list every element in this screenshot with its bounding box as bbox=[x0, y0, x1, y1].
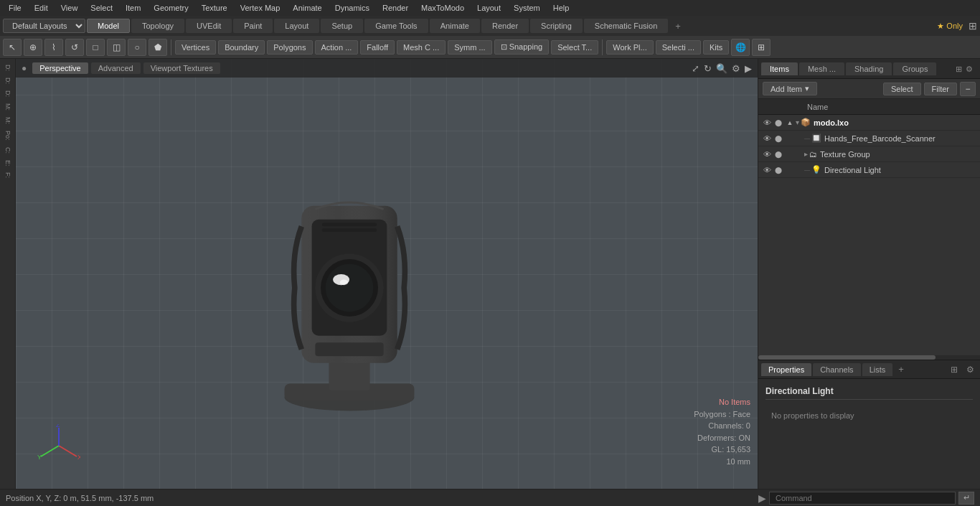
viewport-tab-perspective[interactable]: Perspective bbox=[32, 62, 88, 74]
viewport-tab-advanced[interactable]: Advanced bbox=[91, 62, 141, 74]
select-button[interactable]: Select bbox=[883, 83, 921, 95]
left-tool-m1[interactable]: M: bbox=[4, 100, 11, 113]
command-arrow[interactable]: ▶ bbox=[758, 492, 766, 504]
items-panel-expand[interactable]: ⊞ ⚙ bbox=[951, 62, 977, 75]
items-tab-shading[interactable]: Shading bbox=[846, 62, 892, 75]
viewport-refresh-icon[interactable]: ↻ bbox=[704, 63, 712, 74]
tool-rotate[interactable]: ↺ bbox=[65, 39, 84, 56]
menu-edit[interactable]: Edit bbox=[29, 2, 54, 14]
properties-add-tab[interactable]: + bbox=[894, 362, 908, 377]
menu-animate[interactable]: Animate bbox=[287, 2, 327, 14]
menu-vertex-map[interactable]: Vertex Map bbox=[235, 2, 286, 14]
properties-tab-lists[interactable]: Lists bbox=[862, 363, 893, 376]
viewport-settings-icon[interactable]: ⚙ bbox=[732, 63, 740, 74]
tool-circle[interactable]: ○ bbox=[128, 39, 146, 56]
layout-tab-schematic[interactable]: Schematic Fusion bbox=[584, 19, 668, 33]
vertices-button[interactable]: Vertices bbox=[175, 40, 216, 55]
viewport-fullscreen-icon[interactable]: ⤢ bbox=[692, 63, 699, 74]
layout-tab-scripting[interactable]: Scripting bbox=[530, 19, 583, 33]
eye-icon3-modo[interactable]: ▲ bbox=[784, 117, 796, 128]
expand-button[interactable]: ⊞ bbox=[752, 39, 771, 56]
eye-icon3-light[interactable] bbox=[784, 164, 796, 176]
items-tab-groups[interactable]: Groups bbox=[893, 62, 936, 75]
properties-tab-properties[interactable]: Properties bbox=[761, 363, 811, 376]
select-tool-button[interactable]: Select T... bbox=[551, 40, 598, 55]
action-button[interactable]: Action ... bbox=[315, 40, 359, 55]
left-tool-d3[interactable]: D: bbox=[4, 88, 11, 100]
menu-item[interactable]: Item bbox=[120, 2, 146, 14]
left-tool-m2[interactable]: M: bbox=[4, 114, 11, 127]
menu-select[interactable]: Select bbox=[85, 2, 118, 14]
eye-icon-texture[interactable]: 👁 bbox=[761, 149, 773, 160]
filter-button[interactable]: Filter bbox=[924, 83, 957, 95]
command-submit-button[interactable]: ↵ bbox=[958, 492, 974, 505]
eye-icon2-scanner[interactable]: ⬤ bbox=[773, 133, 784, 144]
layout-dropdown[interactable]: Default Layouts bbox=[3, 19, 85, 33]
menu-dynamics[interactable]: Dynamics bbox=[329, 2, 375, 14]
eye-icon-light[interactable]: 👁 bbox=[761, 164, 773, 176]
menu-view[interactable]: View bbox=[55, 2, 84, 14]
left-tool-d1[interactable]: D: bbox=[4, 62, 11, 74]
kits-button[interactable]: Kits bbox=[703, 40, 729, 55]
menu-system[interactable]: System bbox=[508, 2, 546, 14]
properties-expand-btn[interactable]: ⊞ bbox=[948, 365, 961, 375]
layout-tab-paint[interactable]: Paint bbox=[233, 19, 273, 33]
eye-icon3-texture[interactable] bbox=[784, 149, 796, 160]
eye-icon2-light[interactable]: ⬤ bbox=[773, 164, 784, 176]
menu-file[interactable]: File bbox=[3, 2, 27, 14]
viewport-search-icon[interactable]: 🔍 bbox=[716, 63, 727, 74]
layout-add-tab-button[interactable]: + bbox=[669, 19, 687, 34]
list-item-modo-lxo[interactable]: 👁 ⬤ ▲ ▾ 📦 modo.lxo bbox=[758, 115, 980, 131]
properties-tab-channels[interactable]: Channels bbox=[813, 363, 860, 376]
layout-tab-uvedit[interactable]: UVEdit bbox=[186, 19, 232, 33]
left-tool-p2[interactable]: C: bbox=[4, 144, 11, 156]
left-tool-c2[interactable]: F: bbox=[4, 169, 11, 181]
viewport[interactable]: ● Perspective Advanced Viewport Textures… bbox=[16, 59, 758, 489]
list-item-barcode-scanner[interactable]: 👁 ⬤ — 🔲 Hands_Free_Barcode_Scanner bbox=[758, 131, 980, 146]
snapping-button[interactable]: ⊡ Snapping bbox=[494, 39, 550, 55]
menu-help[interactable]: Help bbox=[547, 2, 575, 14]
falloff-button[interactable]: Falloff bbox=[360, 40, 395, 55]
symmetry-button[interactable]: Symm ... bbox=[448, 40, 491, 55]
layout-tab-model[interactable]: Model bbox=[87, 19, 130, 33]
selection-sets-button[interactable]: Selecti ... bbox=[656, 40, 701, 55]
items-tab-mesh[interactable]: Mesh ... bbox=[799, 62, 844, 75]
layout-tab-setup[interactable]: Setup bbox=[321, 19, 363, 33]
eye-icon2-texture[interactable]: ⬤ bbox=[773, 149, 784, 160]
menu-render[interactable]: Render bbox=[377, 2, 414, 14]
items-tab-items[interactable]: Items bbox=[761, 62, 798, 75]
menu-layout[interactable]: Layout bbox=[471, 2, 507, 14]
left-tool-c1[interactable]: E: bbox=[4, 157, 11, 169]
eye-icon2-modo[interactable]: ⬤ bbox=[773, 117, 784, 128]
eye-icon-modo[interactable]: 👁 bbox=[761, 117, 773, 128]
tool-box[interactable]: □ bbox=[86, 39, 105, 56]
tool-cursor[interactable]: ↖ bbox=[3, 39, 22, 56]
tool-shape[interactable]: ⬟ bbox=[149, 39, 167, 56]
properties-gear-btn[interactable]: ⚙ bbox=[963, 365, 977, 375]
layout-tab-topology[interactable]: Topology bbox=[131, 19, 184, 33]
command-input[interactable] bbox=[769, 492, 956, 505]
eye-icon3-scanner[interactable] bbox=[784, 133, 796, 144]
tool-lasso[interactable]: ⌇ bbox=[44, 39, 63, 56]
menu-texture[interactable]: Texture bbox=[196, 2, 233, 14]
menu-maxtoModo[interactable]: MaxToModo bbox=[415, 2, 470, 14]
add-item-button[interactable]: Add Item ▾ bbox=[763, 82, 817, 95]
polygons-button[interactable]: Polygons bbox=[267, 40, 312, 55]
layout-expand-button[interactable]: ⊞ bbox=[969, 20, 977, 32]
mesh-button[interactable]: Mesh C ... bbox=[397, 40, 446, 55]
left-tool-p1[interactable]: Po: bbox=[4, 128, 11, 144]
boundary-button[interactable]: Boundary bbox=[218, 40, 265, 55]
list-item-texture-group[interactable]: 👁 ⬤ ▸ 🗂 Texture Group bbox=[758, 146, 980, 162]
layout-star-only[interactable]: ★ Only bbox=[937, 22, 963, 31]
viewport-expand-icon[interactable]: ▶ bbox=[745, 63, 752, 74]
list-item-directional-light[interactable]: 👁 ⬤ — 💡 Directional Light bbox=[758, 162, 980, 178]
tool-crosshair[interactable]: ⊕ bbox=[24, 39, 42, 56]
layout-tab-render[interactable]: Render bbox=[481, 19, 529, 33]
layout-tab-game-tools[interactable]: Game Tools bbox=[364, 19, 428, 33]
items-minus-button[interactable]: − bbox=[960, 82, 976, 96]
layout-tab-layout[interactable]: Layout bbox=[274, 19, 319, 33]
left-tool-d2[interactable]: D: bbox=[4, 75, 11, 87]
viewport-tab-textures[interactable]: Viewport Textures bbox=[143, 62, 220, 74]
tool-split[interactable]: ◫ bbox=[107, 39, 126, 56]
globe-button[interactable]: 🌐 bbox=[731, 39, 750, 56]
